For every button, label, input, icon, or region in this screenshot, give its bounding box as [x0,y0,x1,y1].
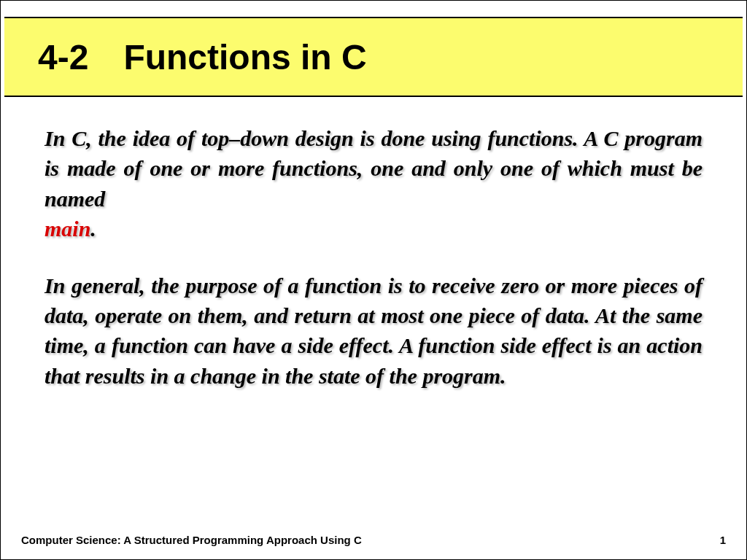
paragraph-1-text: In C, the idea of top–down design is don… [44,126,703,211]
slide-body: In C, the idea of top–down design is don… [44,123,703,391]
slide-title: 4-2 Functions in C [38,37,367,77]
footer: Computer Science: A Structured Programmi… [21,534,726,546]
footer-left: Computer Science: A Structured Programmi… [21,534,362,546]
paragraph-2: In general, the purpose of a function is… [44,271,703,392]
main-keyword: main [44,217,90,241]
title-band: 4-2 Functions in C [4,17,743,97]
footer-page-number: 1 [720,534,726,546]
paragraph-gap [44,244,703,271]
slide: 4-2 Functions in C In C, the idea of top… [0,0,747,560]
paragraph-1: In C, the idea of top–down design is don… [44,123,703,244]
paragraph-1-end: . [90,217,96,241]
